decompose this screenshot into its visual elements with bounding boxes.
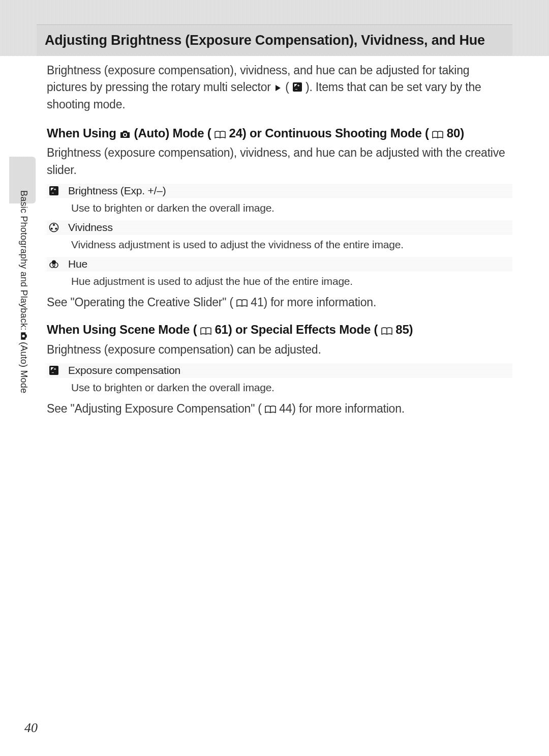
chapter-label-a: Basic Photography and Playback: <box>19 190 28 330</box>
option-head: Exposure compensation <box>47 363 512 377</box>
book-ref-icon <box>236 299 248 307</box>
option-vividness: Vividness Vividness adjustment is used t… <box>47 220 512 256</box>
option-head: Hue <box>47 257 512 271</box>
h2b: 61) or Special Effects Mode ( <box>215 323 378 336</box>
option-desc: Vividness adjustment is used to adjust t… <box>47 235 512 256</box>
h2c: 85) <box>395 323 413 336</box>
option-label: Brightness (Exp. +/–) <box>68 185 166 197</box>
option-label: Vividness <box>68 221 113 234</box>
h1a: When Using <box>47 126 119 140</box>
exposure-comp-icon <box>292 82 302 92</box>
page-number: 40 <box>24 720 38 736</box>
option-hue: Hue Hue adjustment is used to adjust the… <box>47 257 512 293</box>
option-label: Exposure compensation <box>68 364 180 376</box>
section-1-see-more: See "Operating the Creative Slider" ( 41… <box>47 296 512 309</box>
page-title: Adjusting Brightness (Exposure Compensat… <box>45 33 485 48</box>
h1c: 24) or Continuous Shooting Mode ( <box>229 126 429 140</box>
section-2-options: Exposure compensation Use to brighten or… <box>47 363 512 399</box>
vividness-icon <box>47 222 61 232</box>
book-ref-icon <box>265 405 276 414</box>
content-area: Brightness (exposure compensation), vivi… <box>47 62 512 416</box>
section-2-see-more: See "Adjusting Exposure Compensation" ( … <box>47 402 512 416</box>
exposure-comp-icon <box>47 365 61 375</box>
intro-paragraph: Brightness (exposure compensation), vivi… <box>47 62 512 113</box>
option-desc: Use to brighten or darken the overall im… <box>47 198 512 219</box>
section-1-options: Brightness (Exp. +/–) Use to brighten or… <box>47 184 512 293</box>
h1b: (Auto) Mode ( <box>134 126 211 140</box>
option-desc: Use to brighten or darken the overall im… <box>47 377 512 399</box>
option-desc: Hue adjustment is used to adjust the hue… <box>47 271 512 293</box>
right-arrow-icon <box>274 84 282 92</box>
section-2-heading: When Using Scene Mode ( 61) or Special E… <box>47 322 512 338</box>
book-ref-icon <box>432 131 443 139</box>
section-2-body: Brightness (exposure compensation) can b… <box>47 341 512 358</box>
book-ref-icon <box>381 327 392 335</box>
book-ref-icon <box>200 327 211 335</box>
option-label: Hue <box>68 258 87 270</box>
intro-b: ( <box>285 80 289 94</box>
option-head: Brightness (Exp. +/–) <box>47 184 512 198</box>
book-ref-icon <box>215 131 226 139</box>
s2-see-b: 44) for more information. <box>279 402 405 415</box>
manual-page: Adjusting Brightness (Exposure Compensat… <box>0 0 549 756</box>
camera-icon <box>20 332 28 341</box>
chapter-label-b: (Auto) Mode <box>19 342 28 393</box>
exposure-comp-icon <box>47 186 61 196</box>
h1d: 80) <box>447 126 464 140</box>
option-exp-comp: Exposure compensation Use to brighten or… <box>47 363 512 399</box>
s1-see-b: 41) for more information. <box>251 296 376 309</box>
camera-icon <box>119 130 131 139</box>
chapter-label: Basic Photography and Playback: (Auto) M… <box>19 190 28 394</box>
section-1-body: Brightness (exposure compensation), vivi… <box>47 144 512 179</box>
h2a: When Using Scene Mode ( <box>47 323 197 336</box>
s1-see-a: See "Operating the Creative Slider" ( <box>47 296 233 309</box>
option-head: Vividness <box>47 220 512 235</box>
option-brightness: Brightness (Exp. +/–) Use to brighten or… <box>47 184 512 219</box>
section-1-heading: When Using (Auto) Mode ( 24) or Continuo… <box>47 125 512 141</box>
hue-icon <box>47 259 61 269</box>
page-title-bar: Adjusting Brightness (Exposure Compensat… <box>37 24 512 56</box>
s2-see-a: See "Adjusting Exposure Compensation" ( <box>47 402 262 415</box>
